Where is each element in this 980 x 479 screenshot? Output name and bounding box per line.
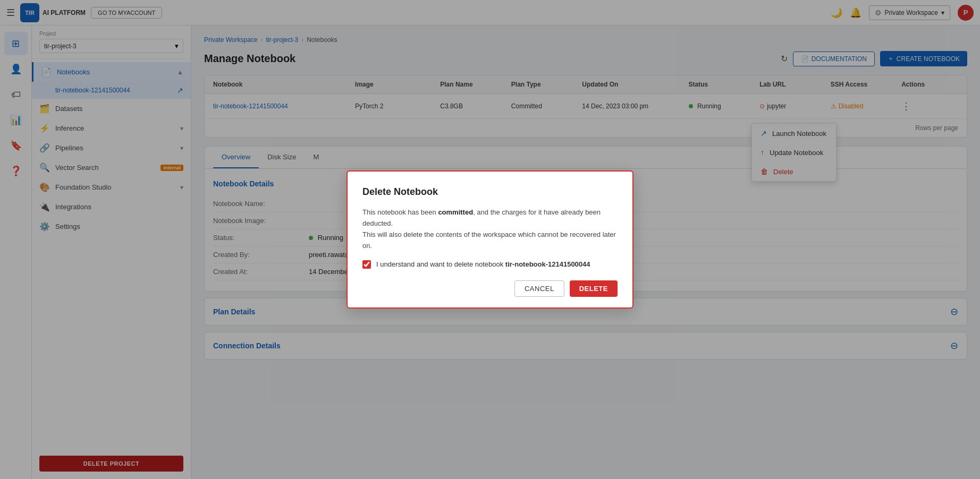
checkbox-label-prefix: I understand and want to delete notebook [376, 260, 505, 268]
modal-checkbox-row: I understand and want to delete notebook… [362, 260, 618, 269]
delete-notebook-modal: Delete Notebook This notebook has been c… [347, 170, 633, 308]
modal-actions: CANCEL DELETE [362, 280, 618, 297]
understand-checkbox[interactable] [362, 260, 371, 269]
checkbox-label: I understand and want to delete notebook… [376, 260, 590, 268]
modal-body: This notebook has been committed, and th… [362, 207, 618, 251]
delete-button[interactable]: DELETE [570, 280, 618, 297]
cancel-button[interactable]: CANCEL [514, 280, 564, 297]
modal-body-prefix: This notebook has been [362, 208, 438, 216]
modal-body-line2: This will also delete the contents of th… [362, 230, 616, 250]
modal-overlay[interactable]: Delete Notebook This notebook has been c… [0, 0, 980, 479]
modal-title: Delete Notebook [362, 186, 618, 198]
checkbox-notebook-name: tir-notebook-12141500044 [505, 260, 590, 268]
modal-body-bold: committed [438, 208, 473, 216]
